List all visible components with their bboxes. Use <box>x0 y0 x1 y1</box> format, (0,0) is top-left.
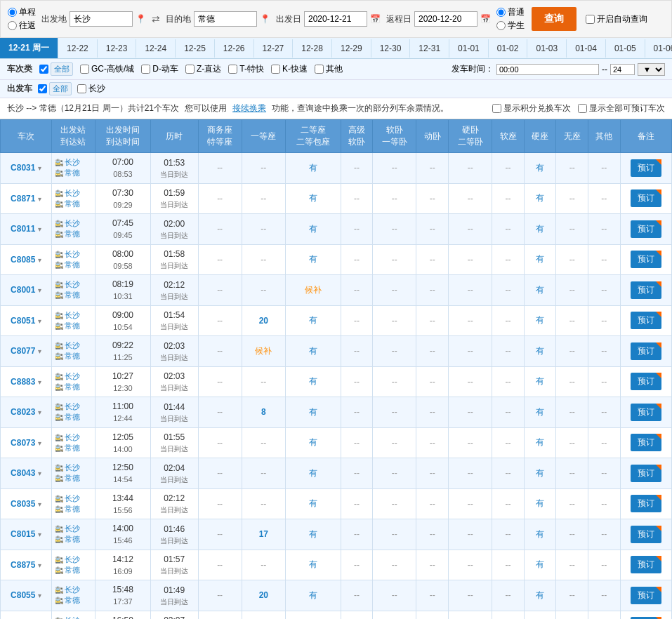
date-tab-12-27[interactable]: 12-27 <box>254 39 294 58</box>
filter-other[interactable]: 其他 <box>315 63 343 75</box>
train-number-link[interactable]: C8001 <box>11 285 35 295</box>
date-tab-12-22[interactable]: 12-22 <box>58 39 98 58</box>
rz-cell: -- <box>492 550 525 580</box>
train-number-link[interactable]: C8055 <box>11 590 35 600</box>
date-tab-01-05[interactable]: 01-05 <box>606 39 645 58</box>
round-trip-radio[interactable]: 往返 <box>8 20 36 32</box>
dw-cell: -- <box>416 611 449 619</box>
date-tab-01-06[interactable]: 01-06 <box>645 39 672 58</box>
yt-cell: 20 <box>242 305 285 336</box>
filter-z[interactable]: Z-直达 <box>185 63 221 75</box>
query-button[interactable]: 查询 <box>532 7 577 31</box>
filter-k[interactable]: K-快速 <box>271 63 308 75</box>
train-number-link[interactable]: C8085 <box>11 255 35 265</box>
train-number-link[interactable]: C8871 <box>11 194 35 204</box>
time-start-input[interactable] <box>496 64 599 75</box>
book-button[interactable]: 预订 <box>631 189 661 207</box>
date-tab-01-01[interactable]: 01-01 <box>449 39 489 58</box>
date-tab-01-04[interactable]: 01-04 <box>567 39 606 58</box>
train-number-link[interactable]: C8073 <box>11 438 35 448</box>
date-tab-12-29[interactable]: 12-29 <box>332 39 371 58</box>
filter-gc[interactable]: GC-高铁/城 <box>80 63 134 75</box>
date-tab-12-30[interactable]: 12-30 <box>371 39 411 58</box>
train-number-link[interactable]: C8077 <box>11 346 35 356</box>
cal1-icon[interactable]: 📅 <box>370 14 381 24</box>
depart-all[interactable]: 全部 <box>38 82 72 95</box>
train-number-link[interactable]: C8035 <box>11 499 35 509</box>
time-end-input[interactable] <box>610 64 635 75</box>
book-cell: 预订 <box>620 550 671 580</box>
show-points-checkbox[interactable]: 显示积分兑换车次 <box>492 102 571 114</box>
train-table: 车次 出发站到达站 出发时间到达时间 历时 商务座特等座 一等座 二等座二等包座… <box>0 119 672 619</box>
show-all-checkbox[interactable]: 显示全部可预订车次 <box>578 102 665 114</box>
train-number-link[interactable]: C8043 <box>11 468 35 478</box>
arrive-time: 09:29 <box>98 199 147 211</box>
return-date-input[interactable] <box>414 11 477 27</box>
book-button[interactable]: 预订 <box>631 220 661 238</box>
date-tab-01-03[interactable]: 01-03 <box>527 39 567 58</box>
arrive-note: 当日到达 <box>154 352 195 363</box>
date-tab-12-23[interactable]: 12-23 <box>98 39 137 58</box>
swap-icon[interactable]: ⇄ <box>152 13 160 25</box>
one-way-radio[interactable]: 单程 <box>8 6 36 18</box>
filter-all[interactable]: 全部 <box>39 62 73 76</box>
et-cell: 有 <box>285 214 341 245</box>
date-tab-12-28[interactable]: 12-28 <box>293 39 332 58</box>
date-tab-12-25[interactable]: 12-25 <box>176 39 215 58</box>
depart-changsha[interactable]: 长沙 <box>77 83 105 95</box>
depart-date-input[interactable] <box>304 11 367 27</box>
book-button[interactable]: 预订 <box>631 587 661 604</box>
from-input[interactable] <box>70 11 133 27</box>
book-button[interactable]: 预订 <box>631 251 661 268</box>
chevron-icon: ▾ <box>38 195 41 203</box>
gjrw-cell: -- <box>341 458 373 489</box>
table-row: C8035 ▾ 🚉 长沙 🚉 常德 13:44 15:56 02:12 当日到达… <box>1 488 672 519</box>
book-button[interactable]: 预订 <box>631 556 661 573</box>
book-button[interactable]: 预订 <box>631 526 661 543</box>
train-number-link[interactable]: C8015 <box>11 529 35 539</box>
other-cell: -- <box>588 214 621 245</box>
filter-d[interactable]: D-动车 <box>141 63 178 75</box>
book-button[interactable]: 预订 <box>631 342 661 360</box>
table-row: C8023 ▾ 🚉 长沙 🚉 常德 11:00 12:44 01:44 当日到达… <box>1 397 672 428</box>
duration: 01:53 <box>154 157 195 169</box>
rw-cell: -- <box>373 519 416 550</box>
train-number-link[interactable]: C8051 <box>11 316 35 326</box>
date-tab-01-02[interactable]: 01-02 <box>489 39 528 58</box>
book-button[interactable]: 预订 <box>631 465 661 482</box>
filter-t[interactable]: T-特快 <box>228 63 264 75</box>
date-tab-12-24[interactable]: 12-24 <box>136 39 176 58</box>
train-number-link[interactable]: C8023 <box>11 407 35 417</box>
book-button[interactable]: 预订 <box>631 434 661 451</box>
train-number-link[interactable]: C8031 <box>11 163 35 173</box>
swt-cell: -- <box>198 550 242 580</box>
train-number-link[interactable]: C8011 <box>11 224 35 234</box>
book-button[interactable]: 预订 <box>631 404 661 421</box>
book-button[interactable]: 预订 <box>631 373 661 390</box>
to-input[interactable] <box>194 11 257 27</box>
yt-cell: -- <box>242 153 285 184</box>
book-button[interactable]: 预订 <box>631 159 661 177</box>
yz-cell: 有 <box>524 488 556 519</box>
train-number-link[interactable]: C8883 <box>11 377 35 387</box>
date-tab-12-31[interactable]: 12-31 <box>410 39 449 58</box>
duration-cell: 02:07 当日到达 <box>150 611 198 619</box>
yz-cell: 有 <box>524 275 556 306</box>
book-button[interactable]: 预订 <box>631 312 661 329</box>
et-cell: 有 <box>285 153 341 184</box>
cal2-icon[interactable]: 📅 <box>480 14 491 24</box>
station-cell: 🚉 长沙 🚉 常德 <box>51 214 95 245</box>
swt-cell: -- <box>198 305 242 336</box>
book-button[interactable]: 预订 <box>631 281 661 299</box>
auto-query-checkbox[interactable]: 开启自动查询 <box>586 13 647 25</box>
et-cell: 候补 <box>285 275 341 306</box>
train-number-link[interactable]: C8875 <box>11 560 35 570</box>
yt-cell: -- <box>242 366 285 397</box>
date-tab-12-26[interactable]: 12-26 <box>215 39 254 58</box>
student-ticket-radio[interactable]: 学生 <box>496 20 525 32</box>
time-end-select[interactable]: ▼ <box>638 63 665 76</box>
normal-ticket-radio[interactable]: 普通 <box>496 6 525 18</box>
transfer-link[interactable]: 接续换乘 <box>232 102 266 114</box>
book-button[interactable]: 预订 <box>631 495 661 512</box>
date-tab-12-21周一[interactable]: 12-21 周一 <box>0 38 58 58</box>
